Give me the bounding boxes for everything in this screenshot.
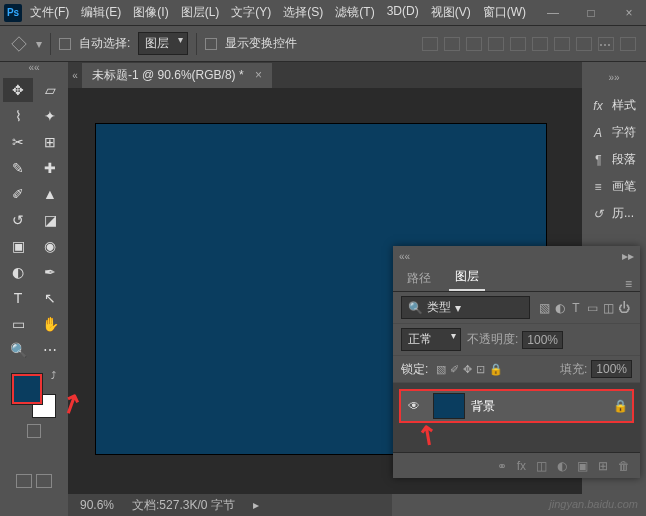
menu-filter[interactable]: 滤镜(T) [335, 4, 374, 21]
panel-menu-icon[interactable]: ≡ [625, 277, 632, 291]
dodge-tool[interactable]: ◐ [3, 260, 33, 284]
menu-file[interactable]: 文件(F) [30, 4, 69, 21]
align-icon[interactable] [422, 37, 438, 51]
layer-row[interactable]: 👁 背景 🔒 [399, 389, 634, 423]
close-tab-icon[interactable]: × [255, 68, 262, 82]
close-panel-icon[interactable]: ▸▸ [622, 249, 634, 263]
patch-tool[interactable]: ✚ [35, 156, 65, 180]
tab-layers[interactable]: 图层 [449, 264, 485, 291]
menu-3d[interactable]: 3D(D) [387, 4, 419, 21]
group-icon[interactable]: ▣ [577, 459, 588, 473]
type-tool[interactable]: T [3, 286, 33, 310]
filter-smart-icon[interactable]: ◫ [601, 301, 615, 315]
align-icon[interactable] [488, 37, 504, 51]
blur-tool[interactable]: ◉ [35, 234, 65, 258]
lock-all-icon[interactable]: 🔒 [489, 363, 503, 375]
brushes-panel-button[interactable]: ≡画笔 [582, 178, 646, 195]
fill-control[interactable]: 填充:100% [560, 360, 632, 378]
filter-pixel-icon[interactable]: ▧ [537, 301, 551, 315]
layer-name[interactable]: 背景 [471, 398, 608, 415]
close-button[interactable]: × [616, 6, 642, 20]
path-select-tool[interactable]: ↖ [35, 286, 65, 310]
zoom-level[interactable]: 90.6% [80, 498, 114, 512]
menu-image[interactable]: 图像(I) [133, 4, 168, 21]
menu-layer[interactable]: 图层(L) [181, 4, 220, 21]
color-swatch[interactable]: ⤴ [8, 370, 60, 422]
stamp-tool[interactable]: ▲ [35, 182, 65, 206]
marquee-tool[interactable]: ▱ [35, 78, 65, 102]
show-transform-checkbox[interactable] [205, 38, 217, 50]
lock-move-icon[interactable]: ✥ [463, 363, 472, 375]
filter-adjust-icon[interactable]: ◐ [553, 301, 567, 315]
visibility-icon[interactable]: 👁 [401, 399, 427, 413]
eraser-tool[interactable]: ◪ [35, 208, 65, 232]
swap-colors-icon[interactable]: ⤴ [51, 370, 56, 381]
pen-tool[interactable]: ✒ [35, 260, 65, 284]
quickmask-icon[interactable] [27, 424, 41, 438]
screenmode-icon[interactable] [36, 474, 52, 488]
align-icon[interactable] [444, 37, 460, 51]
align-icon[interactable] [576, 37, 592, 51]
layer-mask-icon[interactable]: ◫ [536, 459, 547, 473]
hand-tool[interactable]: ✋ [35, 312, 65, 336]
dropdown-icon[interactable]: ▾ [36, 37, 42, 51]
fg-color-swatch[interactable] [12, 374, 42, 404]
layer-fx-icon[interactable]: fx [517, 459, 526, 473]
crop-tool[interactable]: ✂ [3, 130, 33, 154]
maximize-button[interactable]: □ [578, 6, 604, 20]
menu-type[interactable]: 文字(Y) [231, 4, 271, 21]
opacity-control[interactable]: 不透明度:100% [467, 331, 563, 349]
layer-thumbnail[interactable] [433, 393, 465, 419]
paragraph-panel-button[interactable]: ¶段落 [582, 151, 646, 168]
auto-select-checkbox[interactable] [59, 38, 71, 50]
edit-toolbar[interactable]: ⋯ [35, 338, 65, 362]
document-tab[interactable]: 未标题-1 @ 90.6%(RGB/8) * × [82, 63, 272, 88]
menu-window[interactable]: 窗口(W) [483, 4, 526, 21]
screenmode-icon[interactable] [16, 474, 32, 488]
blend-mode-dropdown[interactable]: 正常 [401, 328, 461, 351]
brush-tool[interactable]: ✐ [3, 182, 33, 206]
zoom-tool[interactable]: 🔍 [3, 338, 33, 362]
chevron-right-icon[interactable]: ▸ [253, 498, 259, 512]
collapse-icon[interactable]: «« [399, 251, 410, 262]
lock-pixels-icon[interactable]: ▧ [436, 363, 446, 375]
filter-toggle-icon[interactable]: ⏻ [617, 301, 631, 315]
history-panel-button[interactable]: ↺历... [582, 205, 646, 222]
quick-select-tool[interactable]: ✦ [35, 104, 65, 128]
delete-layer-icon[interactable]: 🗑 [618, 459, 630, 473]
more-icon[interactable]: ⋯ [598, 37, 614, 51]
collapse-icon[interactable]: «« [0, 62, 68, 76]
minimize-button[interactable]: — [540, 6, 566, 20]
styles-panel-button[interactable]: fx样式 [582, 97, 646, 114]
lock-icon[interactable]: 🔒 [608, 399, 632, 413]
layer-filter-dropdown[interactable]: 🔍 类型 ▾ [401, 296, 530, 319]
collapse-icon[interactable]: « [68, 70, 82, 81]
link-layers-icon[interactable]: ⚭ [497, 459, 507, 473]
lasso-tool[interactable]: ⌇ [3, 104, 33, 128]
lock-brush-icon[interactable]: ✐ [450, 363, 459, 375]
align-icon[interactable] [532, 37, 548, 51]
align-icon[interactable] [554, 37, 570, 51]
history-brush-tool[interactable]: ↺ [3, 208, 33, 232]
menu-select[interactable]: 选择(S) [283, 4, 323, 21]
menu-edit[interactable]: 编辑(E) [81, 4, 121, 21]
character-panel-button[interactable]: A字符 [582, 124, 646, 141]
lock-artboard-icon[interactable]: ⊡ [476, 363, 485, 375]
shape-tool[interactable]: ▭ [3, 312, 33, 336]
filter-type-icon[interactable]: T [569, 301, 583, 315]
move-tool[interactable]: ✥ [3, 78, 33, 102]
align-icon[interactable] [466, 37, 482, 51]
collapse-icon[interactable]: »» [582, 72, 646, 83]
align-icon[interactable] [510, 37, 526, 51]
new-layer-icon[interactable]: ⊞ [598, 459, 608, 473]
eyedropper-tool[interactable]: ✎ [3, 156, 33, 180]
tab-paths[interactable]: 路径 [401, 266, 437, 291]
frame-tool[interactable]: ⊞ [35, 130, 65, 154]
menu-view[interactable]: 视图(V) [431, 4, 471, 21]
filter-shape-icon[interactable]: ▭ [585, 301, 599, 315]
3d-mode-icon[interactable] [620, 37, 636, 51]
auto-select-dropdown[interactable]: 图层 [138, 32, 188, 55]
adjustment-layer-icon[interactable]: ◐ [557, 459, 567, 473]
doc-info[interactable]: 文档:527.3K/0 字节 [132, 497, 235, 514]
gradient-tool[interactable]: ▣ [3, 234, 33, 258]
